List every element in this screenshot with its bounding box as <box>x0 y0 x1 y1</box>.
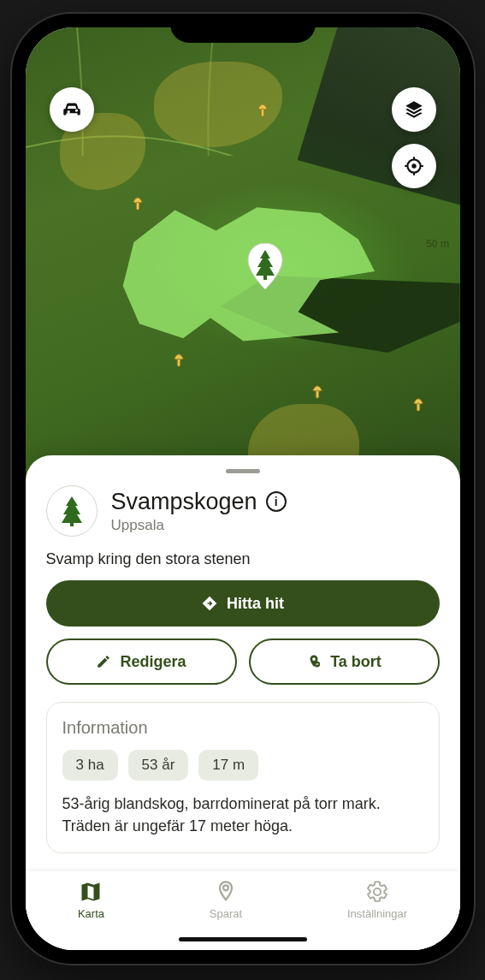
info-button[interactable]: i <box>266 491 287 512</box>
mushroom-icon[interactable] <box>255 101 270 120</box>
pin-remove-icon <box>306 654 322 669</box>
svg-rect-4 <box>417 403 420 411</box>
nav-settings-label: Inställningar <box>347 907 407 920</box>
locate-icon <box>403 155 425 177</box>
tree-icon <box>58 496 86 526</box>
svg-rect-8 <box>70 523 74 526</box>
notch <box>170 14 316 43</box>
driving-mode-button[interactable] <box>50 87 94 132</box>
mushroom-icon[interactable] <box>171 351 186 370</box>
chip-area: 3 ha <box>62 750 118 781</box>
locate-me-button[interactable] <box>392 144 436 188</box>
map-layers-button[interactable] <box>392 87 436 132</box>
home-indicator[interactable] <box>179 937 307 941</box>
info-chips: 3 ha 53 år 17 m <box>62 750 423 781</box>
svg-rect-1 <box>136 202 139 210</box>
directions-button[interactable]: Hitta hit <box>46 580 440 627</box>
delete-label: Ta bort <box>330 653 381 671</box>
bottom-nav: Karta Sparat Inställningar <box>26 871 460 950</box>
place-header: Svampskogen i Uppsala <box>46 485 440 537</box>
chip-height: 17 m <box>198 750 258 781</box>
svg-rect-2 <box>177 359 180 366</box>
svg-rect-3 <box>316 390 319 398</box>
info-card: Information 3 ha 53 år 17 m 53-årig blan… <box>46 702 440 853</box>
info-heading: Information <box>62 718 423 738</box>
gear-icon <box>365 880 389 904</box>
nav-map[interactable]: Karta <box>78 880 104 920</box>
map-scale-label: 50 m <box>426 238 449 250</box>
pencil-icon <box>96 654 111 669</box>
nav-saved[interactable]: Sparat <box>210 880 242 920</box>
mushroom-icon[interactable] <box>130 194 145 213</box>
place-title: Svampskogen <box>111 489 257 515</box>
map-icon <box>79 880 103 904</box>
svg-rect-5 <box>263 276 267 280</box>
phone-frame: 50 m <box>12 14 474 964</box>
mushroom-icon[interactable] <box>411 395 426 414</box>
directions-label: Hitta hit <box>227 595 284 613</box>
nav-map-label: Karta <box>78 907 104 920</box>
delete-button[interactable]: Ta bort <box>249 638 440 685</box>
place-type-icon <box>46 485 98 537</box>
pin-icon <box>214 880 238 904</box>
chip-age: 53 år <box>128 750 189 781</box>
mushroom-icon[interactable] <box>310 383 325 401</box>
place-subtitle: Uppsala <box>111 517 287 534</box>
svg-point-7 <box>411 163 416 168</box>
nav-saved-label: Sparat <box>210 907 242 920</box>
map-view[interactable]: 50 m <box>26 27 460 507</box>
edit-button[interactable]: Redigera <box>46 638 237 685</box>
edit-label: Redigera <box>120 653 186 671</box>
car-icon <box>61 98 83 121</box>
sheet-grabber[interactable] <box>226 469 260 473</box>
svg-rect-0 <box>261 109 264 116</box>
map-satellite-patch <box>298 27 460 207</box>
map-place-marker[interactable] <box>246 243 284 291</box>
directions-icon <box>201 595 218 612</box>
screen: 50 m <box>26 27 460 950</box>
layers-icon <box>403 98 425 121</box>
info-body: 53-årig blandskog, barrdominerat på torr… <box>62 793 423 837</box>
place-note: Svamp kring den stora stenen <box>46 550 440 568</box>
nav-settings[interactable]: Inställningar <box>347 880 407 920</box>
